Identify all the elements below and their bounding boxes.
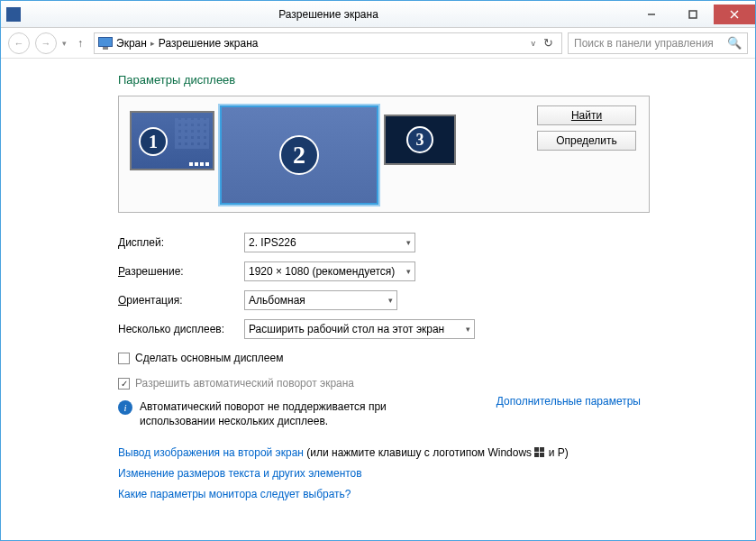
identify-button[interactable]: Определить [537, 131, 636, 151]
primary-label: Сделать основным дисплеем [135, 352, 283, 364]
refresh-button[interactable]: ↻ [538, 36, 558, 50]
svg-rect-10 [540, 453, 544, 457]
page-heading: Параметры дисплеев [118, 73, 755, 87]
info-text: Автоматический поворот не поддерживается… [140, 400, 401, 428]
primary-checkbox[interactable] [118, 353, 130, 364]
resolution-select[interactable]: 1920 × 1080 (рекомендуется)▾ [244, 261, 415, 281]
info-icon: i [118, 400, 132, 415]
svg-rect-9 [534, 453, 539, 457]
resolution-label: Разрешение: [118, 265, 244, 278]
app-icon [6, 7, 21, 22]
maximize-button[interactable] [672, 5, 714, 24]
address-bar[interactable]: Экран ▸ Разрешение экрана v ↻ [94, 32, 562, 54]
multi-display-select[interactable]: Расширить рабочий стол на этот экран▾ [244, 319, 475, 339]
title-bar: Разрешение экрана [1, 1, 755, 28]
back-button[interactable]: ← [8, 32, 30, 54]
crumb-separator-icon: ▸ [150, 39, 155, 48]
display-select[interactable]: 2. IPS226▾ [244, 233, 415, 252]
chevron-down-icon: ▾ [388, 296, 393, 305]
nav-bar: ← → ▾ ↑ Экран ▸ Разрешение экрана v ↻ По… [1, 28, 755, 59]
crumb-resolution[interactable]: Разрешение экрана [159, 37, 259, 50]
crumb-screen[interactable]: Экран [116, 37, 147, 50]
project-link[interactable]: Вывод изображения на второй экран [118, 446, 304, 459]
windows-logo-icon [534, 445, 545, 465]
svg-rect-1 [689, 11, 697, 18]
multi-display-label: Несколько дисплеев: [118, 323, 244, 335]
monitor-3-badge: 3 [406, 126, 433, 153]
chevron-down-icon: ▾ [406, 238, 411, 247]
address-dropdown-icon[interactable]: v [532, 39, 536, 48]
search-input[interactable]: Поиск в панели управления 🔍 [568, 32, 748, 54]
search-icon[interactable]: 🔍 [727, 36, 742, 50]
monitor-1[interactable]: 1 [130, 111, 214, 170]
monitor-2-badge: 2 [279, 135, 319, 175]
monitor-2[interactable]: 2 [220, 105, 378, 205]
which-settings-link[interactable]: Какие параметры монитора следует выбрать… [118, 488, 351, 500]
svg-rect-7 [534, 447, 539, 452]
svg-rect-5 [99, 38, 112, 46]
monitor-icon [98, 37, 113, 50]
orientation-select[interactable]: Альбомная▾ [244, 290, 397, 310]
search-placeholder: Поиск в панели управления [574, 37, 714, 50]
monitor-1-badge: 1 [139, 127, 168, 156]
find-button[interactable]: Найти [537, 105, 636, 125]
display-arrangement-box[interactable]: 1 2 3 Найти Определить [118, 96, 650, 213]
svg-rect-8 [540, 447, 544, 452]
text-size-link[interactable]: Изменение размеров текста и других элеме… [118, 467, 362, 480]
svg-rect-6 [103, 47, 108, 50]
monitor-3[interactable]: 3 [384, 115, 456, 165]
orientation-label: Ориентация: [118, 294, 244, 307]
up-button[interactable]: ↑ [72, 37, 88, 50]
close-button[interactable] [714, 5, 755, 24]
window-title: Разрешение экрана [26, 8, 631, 21]
history-dropdown-icon[interactable]: ▾ [62, 39, 67, 48]
forward-button[interactable]: → [35, 32, 57, 54]
display-label: Дисплей: [118, 236, 244, 249]
minimize-button[interactable] [631, 5, 672, 24]
chevron-down-icon: ▾ [466, 325, 470, 334]
autorotate-checkbox: ✓ [118, 378, 130, 390]
autorotate-label: Разрешить автоматический поворот экрана [135, 377, 354, 390]
advanced-settings-link[interactable]: Дополнительные параметры [496, 395, 641, 408]
chevron-down-icon: ▾ [406, 267, 411, 276]
